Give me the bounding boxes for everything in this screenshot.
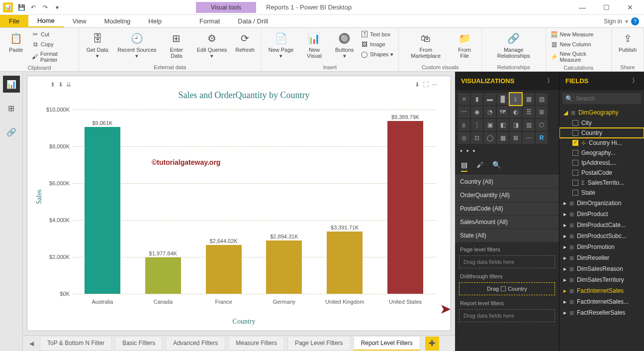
textbox-button[interactable]: 🅃Text box (360, 30, 394, 39)
field-column[interactable]: ⊹Country Hi... (559, 138, 644, 148)
tab-format[interactable]: Format (190, 15, 229, 27)
drillthrough-field-checkbox[interactable] (501, 286, 506, 291)
bar-column[interactable]: $2,644.02KFrance (193, 110, 254, 294)
page-tab[interactable]: ToP & Bottom N Filter (40, 336, 112, 351)
copy-button[interactable]: ⧉Copy (31, 40, 75, 49)
field-column[interactable]: Geography... (559, 148, 644, 158)
field-table[interactable]: ▸⊞DimSalesReason (559, 263, 644, 274)
new-quick-measure-button[interactable]: ⚡New Quick Measure (550, 50, 607, 64)
field-checkbox[interactable] (572, 170, 578, 176)
qat-dropdown-icon[interactable]: ▾ (53, 3, 62, 12)
drill-toggle-icon[interactable]: ⬇ (415, 81, 420, 88)
chart-visual[interactable]: ⬆ ⬇ ⇊ ⬇ ⛶ ⋯ Sales and OrderQuantity by C… (27, 76, 451, 331)
report-canvas[interactable]: ⬆ ⬇ ⇊ ⬇ ⛶ ⋯ Sales and OrderQuantity by C… (27, 76, 451, 331)
format-tab-icon[interactable]: 🖌 (476, 161, 483, 172)
analytics-tab-icon[interactable]: 🔍 (492, 161, 501, 172)
drill-up-icon[interactable]: ⬆ (50, 81, 55, 88)
viz-type-icon[interactable]: ⊡ (471, 132, 483, 144)
fields-panel-header[interactable]: FIELDS〉 (559, 72, 644, 90)
field-column[interactable]: IpAddressL... (559, 158, 644, 168)
viz-type-icon[interactable]: ▥ (523, 119, 535, 131)
fields-tab-icon[interactable]: ▤ (461, 161, 467, 172)
viz-panel-header[interactable]: VISUALIZATIONS〉 (455, 72, 559, 90)
viz-type-icon[interactable]: ⊠ (510, 132, 522, 144)
file-menu[interactable]: File (0, 15, 28, 27)
viz-type-icon[interactable]: ☰ (523, 106, 535, 118)
viz-type-icon[interactable]: ▮ (471, 93, 483, 105)
buttons-button[interactable]: 🔘Buttons ▾ (332, 30, 357, 60)
report-view-icon[interactable]: 📊 (3, 76, 20, 93)
field-checkbox[interactable] (572, 190, 578, 196)
bar-column[interactable]: $9,389.79KUnited States (375, 110, 436, 294)
viz-type-icon[interactable]: ◉ (471, 106, 483, 118)
model-view-icon[interactable]: 🔗 (3, 123, 20, 140)
field-column[interactable]: ΣSalesTerrito... (559, 178, 644, 188)
enter-data-button[interactable]: ⊞Enter Data (162, 30, 190, 60)
field-table[interactable]: ▸⊞DimReseller (559, 252, 644, 263)
new-page-button[interactable]: 📄New Page ▾ (266, 30, 297, 60)
bar[interactable] (85, 127, 120, 294)
signin-link[interactable]: Sign in (604, 18, 622, 25)
viz-type-icon[interactable]: ⬡ (536, 119, 548, 131)
recent-sources-button[interactable]: 🕘Recent Sources ▾ (115, 30, 160, 60)
image-button[interactable]: 🖼Image (360, 40, 394, 49)
filter-chip[interactable]: PostalCode (All) (455, 202, 559, 216)
bar[interactable] (206, 245, 242, 294)
get-data-button[interactable]: 🗄Get Data ▾ (83, 30, 112, 60)
tab-home[interactable]: Home (28, 15, 64, 27)
bar[interactable] (145, 257, 181, 294)
bar[interactable] (327, 232, 363, 294)
tab-modeling[interactable]: Modeling (95, 15, 140, 27)
page-tab[interactable]: Basic FIlters (115, 336, 163, 351)
viz-type-icon[interactable]: ◎ (458, 132, 470, 144)
viz-type-icon[interactable]: ⋯ (523, 132, 535, 144)
bar-column[interactable]: $1,977.84KCanada (133, 110, 193, 294)
viz-type-icon[interactable]: ⊞ (536, 106, 548, 118)
from-file-button[interactable]: 📁From File (452, 30, 477, 60)
filter-chip[interactable]: SalesAmount (All) (455, 216, 559, 229)
field-checkbox[interactable] (572, 140, 578, 146)
filter-chip[interactable]: OrderQuantity (All) (455, 189, 559, 202)
viz-type-icon[interactable]: █ (497, 93, 509, 105)
publish-button[interactable]: ⇪Publish (616, 30, 640, 54)
viz-type-icon[interactable]: ◯ (484, 132, 496, 144)
field-table[interactable]: ▸⊞DimProduct (559, 209, 644, 220)
bar-column[interactable]: $9,061KAustralia (72, 110, 133, 294)
field-table[interactable]: ▸⊞DimProductCate... (559, 220, 644, 231)
edit-queries-button[interactable]: ⚙Edit Queries ▾ (193, 30, 230, 60)
from-marketplace-button[interactable]: 🛍From Marketplace (403, 30, 449, 60)
viz-type-icon[interactable]: ≡ (458, 93, 470, 105)
signin-dropdown-icon[interactable]: ▾ (625, 18, 628, 25)
viz-type-icon[interactable]: R (536, 132, 548, 144)
bar-column[interactable]: $2,894.31KGermany (254, 110, 314, 294)
redo-icon[interactable]: ↷ (41, 3, 50, 12)
viz-more-icon[interactable]: • • • (455, 147, 559, 158)
viz-type-icon[interactable]: ▦ (523, 93, 535, 105)
page-tab-prev-icon[interactable]: ◀ (26, 340, 37, 347)
bar[interactable] (266, 240, 302, 294)
format-painter-button[interactable]: 🖌Format Painter (31, 50, 75, 64)
viz-type-icon[interactable]: ◧ (497, 119, 509, 131)
tab-help[interactable]: Help (139, 15, 171, 27)
viz-type-icon[interactable]: ▦ (497, 132, 509, 144)
expand-all-icon[interactable]: ⇊ (66, 81, 71, 88)
field-checkbox[interactable] (572, 150, 578, 156)
manage-relationships-button[interactable]: 🔗Manage Relationships (486, 30, 541, 60)
viz-type-icon[interactable]: ▣ (484, 119, 496, 131)
refresh-button[interactable]: ⟳Refresh (233, 30, 257, 54)
filter-chip[interactable]: State (All) (455, 229, 559, 242)
viz-type-icon[interactable]: ▤ (536, 93, 548, 105)
filter-chip[interactable]: Country (All) (455, 175, 559, 189)
viz-type-icon[interactable]: ◐ (510, 106, 522, 118)
paste-button[interactable]: 📋Paste (4, 30, 28, 54)
field-checkbox[interactable] (572, 120, 578, 126)
viz-type-icon[interactable]: ⫿ (510, 93, 522, 105)
search-input[interactable] (576, 95, 644, 102)
new-visual-button[interactable]: 📊New Visual (300, 30, 329, 60)
viz-type-icon[interactable]: ⫼ (458, 119, 470, 131)
bar[interactable] (387, 121, 423, 294)
viz-type-icon[interactable]: ◔ (484, 106, 496, 118)
field-checkbox[interactable] (572, 160, 578, 166)
viz-type-icon[interactable]: 〰 (458, 106, 470, 118)
undo-icon[interactable]: ↶ (29, 3, 38, 12)
